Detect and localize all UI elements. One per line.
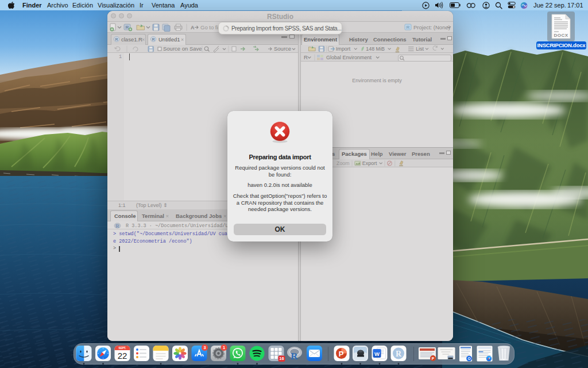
svg-text:R: R	[126, 25, 129, 30]
svg-text:148 MiB: 148 MiB	[366, 46, 385, 52]
svg-text:×: ×	[181, 37, 184, 43]
svg-text:clase1.R: clase1.R	[121, 36, 142, 43]
svg-text:R: R	[152, 37, 154, 41]
svg-text:22: 22	[118, 351, 127, 361]
svg-text:W: W	[374, 351, 380, 357]
svg-text:R: R	[396, 350, 402, 358]
svg-text:Project: (None): Project: (None)	[413, 24, 450, 30]
svg-text:R: R	[291, 351, 298, 362]
svg-text:R: R	[407, 25, 410, 30]
svg-text:×: ×	[142, 37, 145, 43]
svg-text:16: 16	[279, 356, 284, 361]
svg-text:1: 1	[223, 345, 225, 350]
svg-text:SEPT.: SEPT.	[119, 347, 126, 350]
svg-text:Source on Save: Source on Save	[163, 45, 202, 52]
svg-text:O: O	[467, 356, 470, 361]
svg-text:P: P	[432, 356, 435, 361]
svg-text:List: List	[416, 46, 424, 52]
svg-text:P: P	[339, 350, 344, 358]
svg-text:A: A	[191, 25, 195, 30]
svg-text:R: R	[304, 54, 308, 60]
svg-text:3: 3	[203, 345, 206, 350]
svg-text:Import: Import	[336, 46, 351, 52]
svg-text:Zoom: Zoom	[336, 160, 350, 166]
svg-text:R: R	[115, 37, 118, 41]
svg-text:Go to fil: Go to fil	[200, 24, 219, 30]
svg-text:DOCX: DOCX	[554, 33, 568, 38]
svg-text:Global Environment: Global Environment	[326, 55, 372, 60]
svg-text:R: R	[115, 223, 119, 229]
svg-text:Export: Export	[362, 160, 377, 166]
svg-text:Source: Source	[274, 45, 291, 52]
svg-text:Untitled1: Untitled1	[158, 36, 180, 43]
